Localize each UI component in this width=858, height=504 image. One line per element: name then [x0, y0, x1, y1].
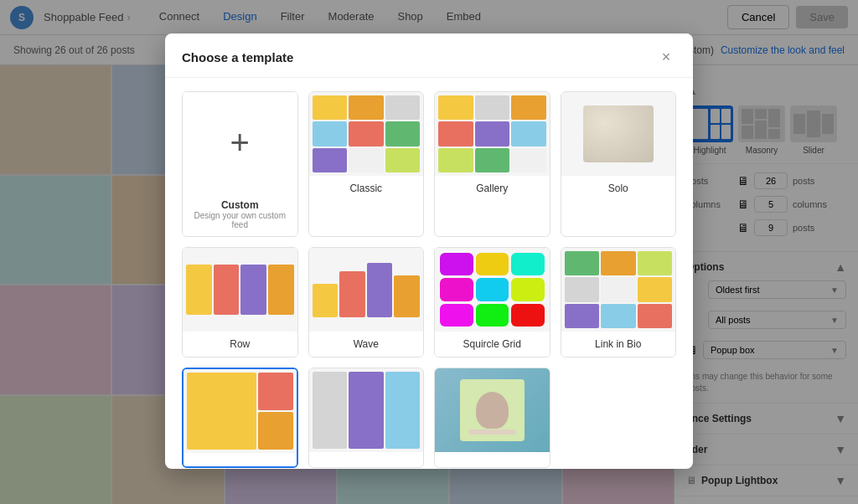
template-card-9[interactable] [182, 368, 298, 468]
template-grid: + Custom Design your own custom feed [182, 91, 676, 468]
solo-card-image [561, 92, 676, 176]
classic-card-image [309, 92, 424, 176]
custom-card-image: + [183, 92, 297, 193]
template-card-row[interactable]: Row [182, 247, 298, 357]
modal-overlay: Choose a template × + Custom Design your… [0, 0, 858, 504]
template-card-custom[interactable]: + Custom Design your own custom feed [182, 91, 298, 237]
template-11-label [435, 452, 550, 465]
template-11-card-image [435, 368, 550, 452]
link-in-bio-label: Link in Bio [561, 332, 676, 357]
modal-title: Choose a template [182, 50, 293, 64]
custom-plus-icon: + [230, 126, 250, 159]
modal-close-button[interactable]: × [656, 47, 676, 67]
classic-label: Classic [309, 176, 424, 201]
squircle-label: Squircle Grid [435, 332, 550, 357]
template-modal: Choose a template × + Custom Design your… [165, 33, 693, 469]
template-9-label [183, 453, 297, 466]
wave-card-image [309, 248, 424, 332]
template-card-11[interactable] [434, 368, 550, 468]
template-card-solo[interactable]: Solo [561, 91, 677, 237]
template-card-gallery[interactable]: Gallery [434, 91, 550, 237]
wave-label: Wave [309, 332, 424, 357]
squircle-card-image [435, 248, 550, 332]
template-9-card-image [183, 369, 297, 453]
row-label: Row [183, 332, 297, 357]
template-10-label [309, 452, 424, 465]
template-card-classic[interactable]: Classic [308, 91, 425, 237]
custom-label: Custom Design your own custom feed [183, 193, 297, 236]
template-card-squircle[interactable]: Squircle Grid [434, 247, 550, 357]
gallery-card-image [435, 92, 550, 176]
row-card-image [183, 248, 297, 332]
modal-body: + Custom Design your own custom feed [165, 78, 693, 469]
template-10-card-image [309, 368, 424, 452]
solo-label: Solo [561, 176, 676, 201]
template-card-10[interactable] [308, 368, 425, 468]
link-in-bio-card-image [561, 248, 676, 332]
modal-header: Choose a template × [165, 33, 693, 78]
template-card-link-in-bio[interactable]: Link in Bio [561, 247, 677, 357]
gallery-label: Gallery [435, 176, 550, 201]
template-card-wave[interactable]: Wave [308, 247, 425, 357]
